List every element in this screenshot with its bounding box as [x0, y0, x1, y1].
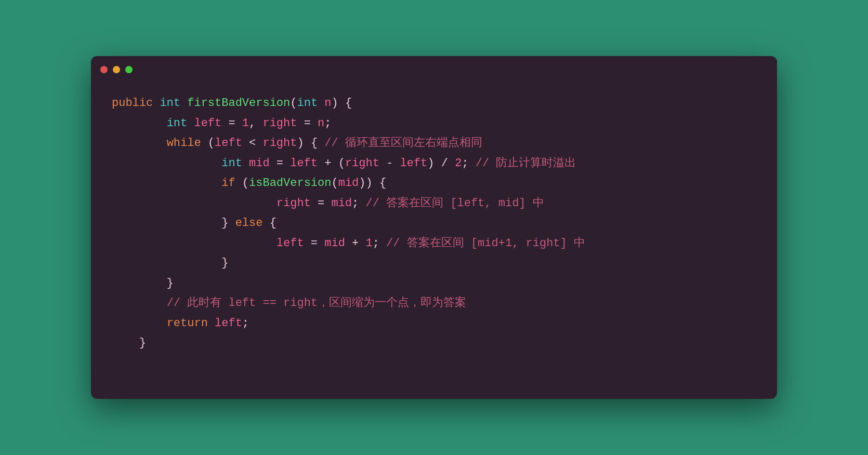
code-window: public int firstBadVersion ( int n ) { i… [91, 56, 777, 399]
minimize-button[interactable] [113, 66, 120, 73]
code-line-5: if ( isBadVersion ( mid )) { [112, 173, 756, 194]
fn-name: firstBadVersion [187, 93, 290, 114]
maximize-button[interactable] [125, 66, 133, 73]
code-line-3: while ( left < right ) { // 循环直至区间左右端点相同 [112, 133, 756, 154]
code-line-13: } [112, 333, 756, 354]
code-line-7: } else { [112, 213, 756, 234]
keyword-int: int [160, 93, 180, 114]
code-line-2: int left = 1 , right = n ; [112, 114, 756, 134]
code-line-10: } [112, 274, 756, 294]
code-line-12: return left ; [112, 314, 756, 334]
close-button[interactable] [100, 66, 108, 73]
titlebar [91, 56, 777, 83]
code-line-4: int mid = left + ( right - left ) / 2 ; … [112, 154, 756, 174]
code-line-1: public int firstBadVersion ( int n ) { [112, 93, 756, 114]
code-line-11: // 此时有 left == right，区间缩为一个点，即为答案 [112, 293, 756, 314]
code-line-9: } [112, 253, 756, 274]
code-line-8: left = mid + 1 ; // 答案在区间 [mid+1, right]… [112, 234, 756, 254]
keyword-public: public [112, 93, 153, 114]
code-line-6: right = mid ; // 答案在区间 [left, mid] 中 [112, 194, 756, 214]
code-block: public int firstBadVersion ( int n ) { i… [91, 83, 777, 374]
